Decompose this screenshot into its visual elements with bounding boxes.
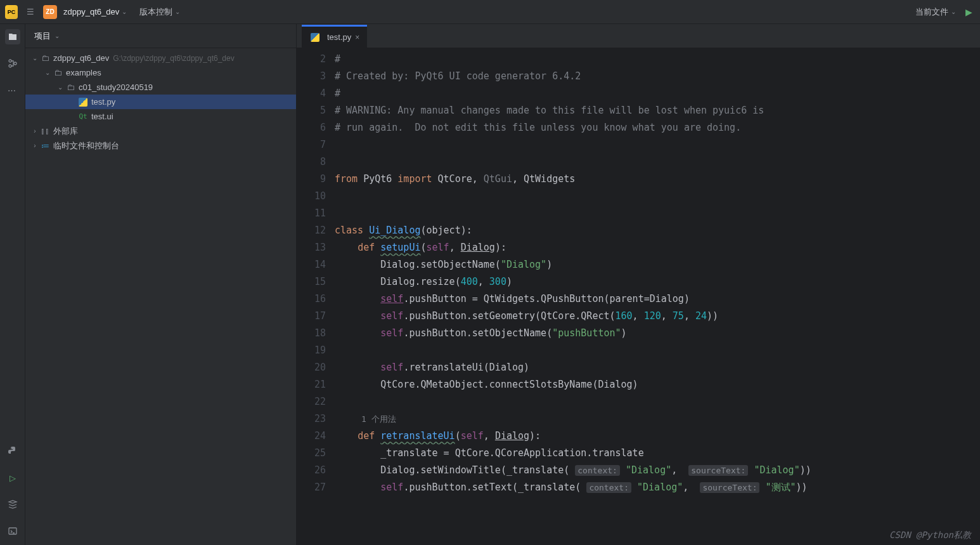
gutter-line: 14	[297, 256, 326, 273]
folder-icon: 🗀	[52, 68, 63, 77]
tree-label: test.ui	[91, 112, 113, 121]
code-content[interactable]: # # Created by: PyQt6 UI code generator …	[335, 48, 980, 545]
gutter-line: 22	[297, 393, 326, 410]
collapse-icon[interactable]: ›	[30, 142, 39, 149]
more-tool-icon[interactable]: ⋯	[5, 82, 20, 98]
project-name-dropdown[interactable]: zdppy_qt6_dev ⌄	[63, 7, 127, 16]
project-name-label: zdppy_qt6_dev	[63, 7, 119, 16]
tree-label: zdppy_qt6_dev	[53, 53, 109, 63]
python-file-icon	[77, 98, 89, 107]
chevron-down-icon[interactable]: ⌄	[55, 32, 60, 39]
gutter-line: 17	[297, 308, 326, 325]
current-file-label: 当前文件	[915, 6, 948, 18]
gutter-line: 5	[297, 102, 326, 119]
gutter-line: 9	[297, 171, 326, 188]
tree-scratches[interactable]: › ≔ 临时文件和控制台	[25, 138, 296, 153]
project-panel-title: 项目	[34, 30, 51, 42]
svg-point-0	[9, 60, 11, 62]
tree-folder-examples[interactable]: ⌄ 🗀 examples	[25, 65, 296, 80]
chevron-down-icon: ⌄	[175, 8, 180, 15]
gutter-line: 26	[297, 462, 326, 479]
pycharm-logo-icon: PC	[5, 6, 18, 18]
chevron-down-icon: ⌄	[122, 8, 127, 15]
tree-label: examples	[66, 68, 101, 77]
main-menu-icon[interactable]: ☰	[24, 6, 37, 18]
python-file-icon	[309, 33, 321, 42]
top-left-group: PC ☰ ZD zdppy_qt6_dev ⌄ 版本控制 ⌄	[5, 5, 180, 19]
gutter-line: 27	[297, 479, 326, 496]
terminal-tool-icon[interactable]	[5, 523, 20, 539]
gutter-line: 19	[297, 342, 326, 359]
gutter-line: 23	[297, 410, 326, 428]
project-panel-header: 项目 ⌄	[25, 24, 296, 48]
tree-label: 外部库	[53, 126, 78, 137]
gutter-line: 18	[297, 325, 326, 342]
expand-icon[interactable]: ⌄	[30, 55, 39, 62]
project-panel: 项目 ⌄ ⌄ 🗀 zdppy_qt6_dev G:\zdppy\zdppy_qt…	[25, 24, 297, 545]
gutter: 2345678910111213141516171819202122232425…	[297, 48, 335, 545]
svg-point-1	[9, 65, 11, 67]
project-badge-icon: ZD	[43, 5, 57, 19]
version-control-label: 版本控制	[139, 6, 172, 18]
project-tool-icon[interactable]	[5, 29, 20, 44]
tree-label: 临时文件和控制台	[53, 140, 119, 152]
folder-icon: 🗀	[65, 82, 76, 92]
tab-label: test.py	[327, 32, 351, 42]
collapse-icon[interactable]: ›	[30, 128, 39, 135]
gutter-line: 6	[297, 119, 326, 136]
tree-folder-study[interactable]: ⌄ 🗀 c01_study20240519	[25, 80, 296, 95]
gutter-line: 11	[297, 205, 326, 222]
gutter-line: 3	[297, 68, 326, 85]
left-tool-rail: ⋯ ▷	[0, 24, 25, 545]
expand-icon[interactable]: ⌄	[43, 69, 52, 76]
run-icon[interactable]: ▶	[962, 6, 975, 18]
svg-point-2	[14, 62, 16, 65]
services-tool-icon[interactable]	[5, 497, 20, 512]
tree-file-test-py[interactable]: test.py	[25, 95, 296, 109]
tree-root[interactable]: ⌄ 🗀 zdppy_qt6_dev G:\zdppy\zdppy_qt6\zdp…	[25, 51, 296, 65]
gutter-line: 7	[297, 136, 326, 154]
tree-label: c01_study20240519	[79, 82, 153, 92]
tree-external-libs[interactable]: › ⫿⫿ 外部库	[25, 124, 296, 138]
expand-icon[interactable]: ⌄	[56, 84, 65, 91]
top-right-group: 当前文件 ⌄ ▶	[915, 6, 975, 18]
current-file-dropdown[interactable]: 当前文件 ⌄	[915, 6, 956, 18]
run-tool-icon[interactable]: ▷	[5, 470, 20, 485]
gutter-line: 24	[297, 428, 326, 445]
close-icon[interactable]: ×	[355, 33, 359, 42]
gutter-line: 16	[297, 291, 326, 308]
scratches-icon: ≔	[39, 141, 51, 150]
tab-bar: test.py ×	[297, 24, 980, 48]
version-control-dropdown[interactable]: 版本控制 ⌄	[139, 6, 180, 18]
python-console-icon[interactable]	[5, 443, 20, 459]
gutter-line: 2	[297, 51, 326, 68]
tab-test-py[interactable]: test.py ×	[302, 25, 367, 48]
gutter-line: 13	[297, 239, 326, 256]
tree-path: G:\zdppy\zdppy_qt6\zdppy_qt6_dev	[113, 54, 234, 63]
chevron-down-icon: ⌄	[951, 8, 956, 15]
gutter-line: 4	[297, 85, 326, 102]
project-tree: ⌄ 🗀 zdppy_qt6_dev G:\zdppy\zdppy_qt6\zdp…	[25, 48, 296, 155]
folder-icon: 🗀	[39, 53, 51, 63]
code-editor[interactable]: 2345678910111213141516171819202122232425…	[297, 48, 980, 545]
top-bar: PC ☰ ZD zdppy_qt6_dev ⌄ 版本控制 ⌄ 当前文件 ⌄ ▶	[0, 0, 980, 24]
gutter-line: 21	[297, 376, 326, 393]
gutter-line: 8	[297, 154, 326, 171]
gutter-line: 20	[297, 359, 326, 376]
gutter-line: 12	[297, 222, 326, 239]
gutter-line: 25	[297, 445, 326, 462]
qt-ui-file-icon: Qt	[77, 112, 89, 121]
library-icon: ⫿⫿	[39, 126, 51, 136]
tree-label: test.py	[91, 97, 115, 107]
watermark: CSDN @Python私教	[889, 530, 971, 541]
gutter-line: 15	[297, 273, 326, 291]
gutter-line: 10	[297, 188, 326, 205]
editor-area: test.py × 234567891011121314151617181920…	[297, 24, 980, 545]
tree-file-test-ui[interactable]: Qt test.ui	[25, 109, 296, 124]
structure-tool-icon[interactable]	[5, 56, 20, 71]
